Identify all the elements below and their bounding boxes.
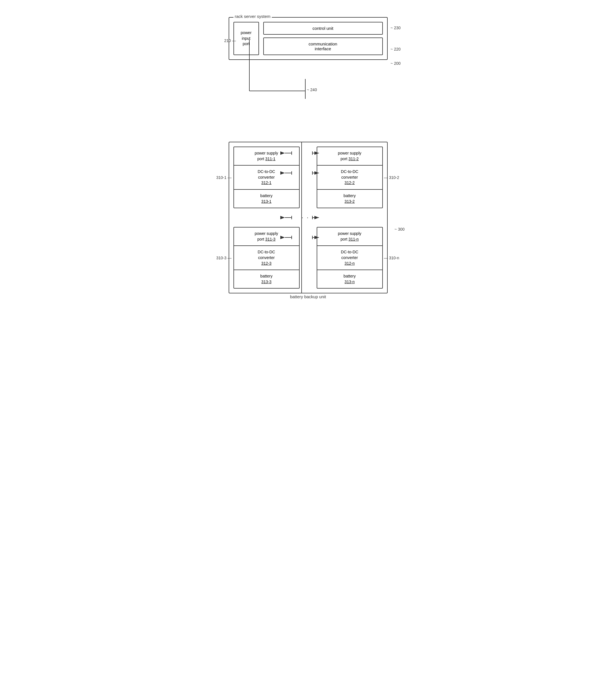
psu-module-2: power supplyport 311-2 DC-to-DCconverter… — [317, 147, 383, 208]
psu-port-2-cell: power supplyport 311-2 — [317, 147, 382, 166]
control-unit-label: control unit — [312, 26, 333, 31]
diagram-wrapper: 210 — rack server system powerinputport … — [209, 9, 408, 293]
label-310-1: 310-1 — — [217, 175, 232, 180]
battery-n-ref: 313-n — [344, 279, 355, 284]
psu-gap-top — [300, 147, 317, 208]
battery-n-cell: battery313-n — [317, 270, 382, 288]
label-230: ~ 230 — [391, 26, 401, 30]
rack-server-title: rack server system — [234, 14, 272, 19]
label-310-n: — 310-n — [384, 256, 399, 260]
label-240: ~ 240 — [307, 88, 317, 92]
psu-port-3-cell: power supplyport 311-3 — [234, 227, 299, 246]
battery-2-ref: 313-2 — [344, 199, 355, 204]
comm-interface-label: communicationinterface — [309, 41, 337, 51]
dc-converter-1-ref: 312-1 — [261, 180, 272, 185]
dc-converter-2-ref: 312-2 — [344, 180, 355, 185]
power-input-port-box: powerinputport — [234, 22, 259, 55]
label-310-2: — 310-2 — [384, 175, 399, 180]
psu-port-n-cell: power supplyport 311-n — [317, 227, 382, 246]
psu-port-1-cell: power supplyport 311-1 — [234, 147, 299, 166]
psu-module-n: power supplyport 311-n DC-to-DCconverter… — [317, 227, 383, 289]
dots-separator: · · · — [234, 208, 383, 227]
psu-gap-bottom — [300, 227, 317, 289]
label-200: ~ 200 — [391, 61, 401, 66]
label-220: ~ 220 — [391, 47, 401, 51]
psu-port-2-ref: 311-2 — [349, 157, 359, 161]
psu-port-1-ref: 311-1 — [265, 157, 275, 161]
control-unit-box: control unit — [263, 22, 383, 35]
label-300: ~ 300 — [394, 227, 404, 232]
dc-converter-3-ref: 312-3 — [261, 261, 272, 266]
power-input-port-label: powerinputport — [237, 30, 255, 47]
bbu-title: battery backup unit — [290, 294, 326, 299]
dc-converter-3-cell: DC-to-DCconverter312-3 — [234, 246, 299, 270]
psu-row-bottom: 310-3 — — 310-n power supplyport 311-3 D… — [234, 227, 383, 289]
dc-converter-2-cell: DC-to-DCconverter312-2 — [317, 166, 382, 190]
bbu-outer: battery backup unit 310-1 — — 310-2 powe… — [228, 142, 388, 293]
battery-2-cell: battery313-2 — [317, 190, 382, 208]
battery-3-cell: battery313-3 — [234, 270, 299, 288]
psu-port-3-ref: 311-3 — [265, 237, 275, 241]
battery-1-ref: 313-1 — [261, 199, 272, 204]
psu-port-n-ref: 311-n — [349, 237, 359, 241]
psu-module-1: power supplyport 311-1 DC-to-DCconverter… — [234, 147, 300, 208]
rack-server-box: rack server system powerinputport contro… — [228, 17, 388, 60]
dc-converter-n-cell: DC-to-DCconverter312-n — [317, 246, 382, 270]
dc-converter-1-cell: DC-to-DCconverter312-1 — [234, 166, 299, 190]
comm-interface-box: communicationinterface — [263, 38, 383, 55]
label-310-3: 310-3 — — [217, 256, 232, 260]
psu-row-top: 310-1 — — 310-2 power supplyport 311-1 D… — [234, 147, 383, 208]
battery-1-cell: battery313-1 — [234, 190, 299, 208]
battery-3-ref: 313-3 — [261, 279, 272, 284]
psu-module-3: power supplyport 311-3 DC-to-DCconverter… — [234, 227, 300, 289]
dc-converter-n-ref: 312-n — [344, 261, 355, 266]
